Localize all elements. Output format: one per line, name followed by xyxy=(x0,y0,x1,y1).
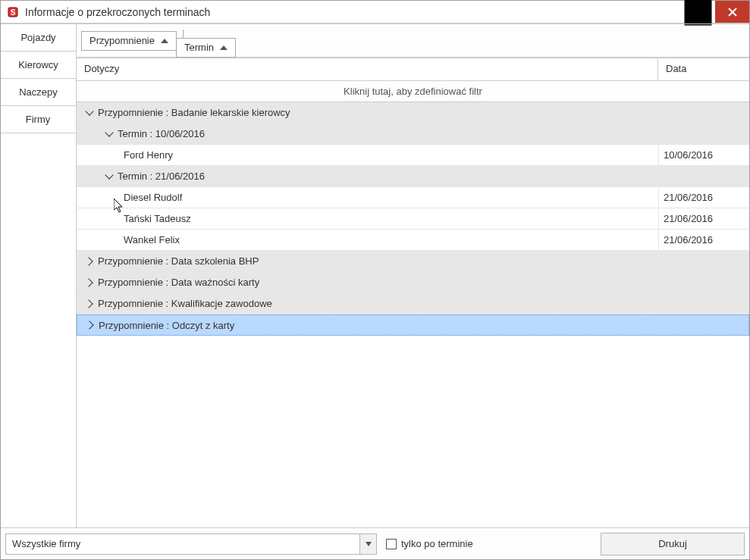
tab-pojazdy[interactable]: Pojazdy xyxy=(1,24,76,52)
column-header-dotyczy[interactable]: Dotyczy xyxy=(77,58,658,80)
tab-kierowcy[interactable]: Kierowcy xyxy=(1,52,76,79)
app-icon: S xyxy=(7,6,19,18)
window: S Informacje o przekroczonych terminach … xyxy=(0,0,750,560)
subgroup-label: Termin : 21/06/2016 xyxy=(118,171,749,182)
maximize-button[interactable] xyxy=(681,1,715,23)
group-row[interactable]: Przypomnienie : Data ważności karty xyxy=(77,272,749,293)
print-button[interactable]: Drukuj xyxy=(601,533,745,555)
group-by-bar: Przypomnienie Termin xyxy=(77,24,749,58)
expand-icon[interactable] xyxy=(84,277,95,288)
svg-rect-2 xyxy=(685,0,712,26)
subgroup-row[interactable]: Termin : 21/06/2016 xyxy=(77,166,749,187)
group-row-selected[interactable]: Przypomnienie : Odczyt z karty xyxy=(77,314,749,336)
data-row[interactable]: Tański Tadeusz 21/06/2016 xyxy=(77,208,749,230)
expand-icon[interactable] xyxy=(84,256,95,267)
checkbox-label: tylko po terminie xyxy=(401,538,473,549)
checkbox-icon[interactable] xyxy=(386,539,397,549)
data-row[interactable]: Ford Henry 10/06/2016 xyxy=(77,145,749,166)
collapse-icon[interactable] xyxy=(104,129,115,139)
main-panel: Przypomnienie Termin Dotyczy Data Klikni… xyxy=(77,24,749,527)
overdue-checkbox[interactable]: tylko po terminie xyxy=(386,538,473,549)
collapse-icon[interactable] xyxy=(104,171,115,182)
svg-text:S: S xyxy=(11,8,16,17)
group-chip-termin[interactable]: Termin xyxy=(176,38,236,58)
combo-value: Wszystkie firmy xyxy=(6,538,359,549)
cell-who: Ford Henry xyxy=(124,149,658,161)
subgroup-row[interactable]: Termin : 10/06/2016 xyxy=(77,124,749,145)
dropdown-icon[interactable] xyxy=(359,534,376,554)
title-buttons xyxy=(681,1,749,23)
filter-row[interactable]: Kliknij tutaj, aby zdefiniować filtr xyxy=(77,81,749,102)
cell-date: 21/06/2016 xyxy=(658,187,749,208)
group-row[interactable]: Przypomnienie : Kwalifikacje zawodowe xyxy=(77,293,749,314)
expand-icon[interactable] xyxy=(85,320,96,330)
group-label: Przypomnienie : Odczyt z karty xyxy=(99,320,748,331)
tab-naczepy[interactable]: Naczepy xyxy=(1,79,76,106)
collapse-icon[interactable] xyxy=(84,108,95,118)
cell-who: Tański Tadeusz xyxy=(124,213,658,224)
group-label: Przypomnienie : Data szkolenia BHP xyxy=(98,255,749,267)
firm-combo[interactable]: Wszystkie firmy xyxy=(5,533,377,555)
grid: Dotyczy Data Kliknij tutaj, aby zdefinio… xyxy=(77,58,749,527)
cell-who: Diesel Rudolf xyxy=(124,192,658,203)
group-chip-przypomnienie[interactable]: Przypomnienie xyxy=(81,31,177,51)
cell-date: 21/06/2016 xyxy=(658,230,749,250)
group-chip-label: Termin xyxy=(184,42,214,53)
column-header-data[interactable]: Data xyxy=(658,58,749,80)
cell-date: 10/06/2016 xyxy=(658,145,749,165)
data-row[interactable]: Wankel Felix 21/06/2016 xyxy=(77,230,749,251)
group-row[interactable]: Przypomnienie : Data szkolenia BHP xyxy=(77,251,749,272)
tab-firmy[interactable]: Firmy xyxy=(1,106,76,133)
svg-marker-5 xyxy=(366,542,372,546)
footer: Wszystkie firmy tylko po terminie Drukuj xyxy=(1,527,749,559)
cell-who: Wankel Felix xyxy=(124,234,658,246)
window-title: Informacje o przekroczonych terminach xyxy=(25,6,681,18)
subgroup-label: Termin : 10/06/2016 xyxy=(118,128,749,139)
print-label: Drukuj xyxy=(658,538,687,549)
column-headers: Dotyczy Data xyxy=(77,58,749,81)
vertical-tabs: Pojazdy Kierowcy Naczepy Firmy xyxy=(1,24,77,527)
group-row[interactable]: Przypomnienie : Badanie lekarskie kierow… xyxy=(77,102,749,124)
group-chip-label: Przypomnienie xyxy=(89,35,155,46)
group-label: Przypomnienie : Badanie lekarskie kierow… xyxy=(98,107,749,118)
data-row[interactable]: Diesel Rudolf 21/06/2016 xyxy=(77,187,749,208)
group-label: Przypomnienie : Kwalifikacje zawodowe xyxy=(98,298,749,309)
sort-asc-icon xyxy=(220,45,228,50)
filter-hint: Kliknij tutaj, aby zdefiniować filtr xyxy=(344,86,482,97)
titlebar: S Informacje o przekroczonych terminach xyxy=(1,1,749,23)
sort-asc-icon xyxy=(161,39,168,43)
tree: Przypomnienie : Badanie lekarskie kierow… xyxy=(77,102,749,527)
group-label: Przypomnienie : Data ważności karty xyxy=(98,277,749,288)
expand-icon[interactable] xyxy=(84,299,95,309)
cell-date: 21/06/2016 xyxy=(658,208,749,229)
close-button[interactable] xyxy=(715,1,749,23)
